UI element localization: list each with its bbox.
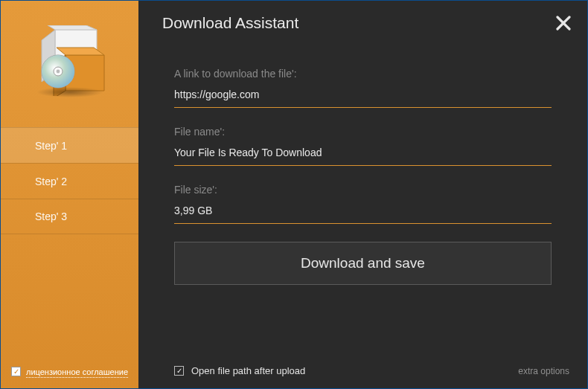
open-path-checkbox[interactable]: ✓ [174, 366, 184, 376]
installer-box-icon [33, 25, 107, 96]
field-label-filename: File name': [174, 126, 552, 138]
download-save-button[interactable]: Download and save [174, 242, 552, 285]
form: A link to download the file': https://go… [138, 45, 587, 285]
step-list: Step' 1 Step' 2 Step' 3 [1, 127, 138, 234]
app-window: Step' 1 Step' 2 Step' 3 ✓ лицензионное с… [0, 0, 588, 389]
step-label: Step' 2 [35, 176, 67, 187]
check-icon: ✓ [176, 367, 182, 375]
step-label: Step' 1 [35, 140, 67, 152]
step-1[interactable]: Step' 1 [1, 127, 138, 163]
check-icon: ✓ [13, 368, 19, 376]
field-filename: File name': Your File Is Ready To Downlo… [174, 126, 552, 166]
step-2[interactable]: Step' 2 [1, 163, 138, 199]
filename-input[interactable]: Your File Is Ready To Download [174, 147, 552, 166]
field-label-link: A link to download the file': [174, 68, 552, 80]
sidebar: Step' 1 Step' 2 Step' 3 ✓ лицензионное с… [1, 1, 138, 388]
svg-marker-2 [48, 25, 97, 30]
app-logo [1, 1, 138, 120]
footer: ✓ Open file path after upload extra opti… [174, 365, 569, 376]
step-label: Step' 3 [35, 210, 67, 222]
close-button[interactable] [553, 13, 574, 33]
header: Download Assistant [138, 1, 587, 45]
svg-point-9 [56, 69, 60, 73]
open-path-label: Open file path after upload [191, 365, 305, 376]
field-link: A link to download the file': https://go… [174, 68, 552, 108]
filesize-input[interactable]: 3,99 GB [174, 205, 552, 224]
extra-options-link[interactable]: extra options [518, 366, 569, 376]
license-checkbox[interactable]: ✓ [11, 367, 21, 376]
field-label-filesize: File size': [174, 184, 552, 196]
close-icon [555, 15, 572, 31]
main-panel: Download Assistant A link to download th… [138, 1, 587, 388]
download-button-label: Download and save [301, 255, 425, 271]
step-3[interactable]: Step' 3 [1, 199, 138, 234]
page-title: Download Assistant [162, 14, 298, 32]
license-agreement-link[interactable]: лицензионное соглашение [26, 367, 128, 376]
link-input[interactable]: https://google.com [174, 89, 552, 108]
license-row: ✓ лицензионное соглашение [11, 367, 128, 376]
field-filesize: File size': 3,99 GB [174, 184, 552, 224]
